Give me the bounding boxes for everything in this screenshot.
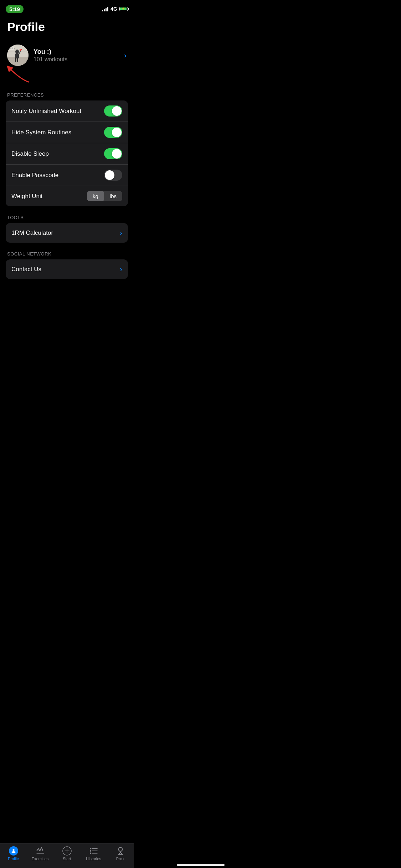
calculator-label: 1RM Calculator xyxy=(11,229,53,237)
notify-workout-label: Notify Unfinished Workout xyxy=(11,108,81,115)
preferences-card: Notify Unfinished Workout Hide System Ro… xyxy=(6,100,128,206)
social-card: Contact Us › xyxy=(6,259,128,279)
calculator-chevron-icon: › xyxy=(120,229,122,237)
signal-bars xyxy=(102,6,108,11)
disable-sleep-toggle[interactable] xyxy=(104,148,122,159)
status-time: 5:19 xyxy=(6,5,24,13)
notify-workout-toggle[interactable] xyxy=(104,105,122,117)
status-right: 4G ⚡ xyxy=(102,6,128,12)
preferences-section-label: PREFERENCES xyxy=(0,84,134,100)
weight-unit-label: Weight Unit xyxy=(11,193,43,200)
enable-passcode-row[interactable]: Enable Passcode xyxy=(6,165,128,186)
tools-card: 1RM Calculator › xyxy=(6,223,128,243)
contact-us-row[interactable]: Contact Us › xyxy=(6,259,128,279)
svg-rect-6 xyxy=(15,53,19,58)
user-info: You :) 101 workouts xyxy=(34,48,124,63)
svg-rect-8 xyxy=(17,58,18,62)
network-label: 4G xyxy=(110,6,117,12)
notify-workout-row[interactable]: Notify Unfinished Workout xyxy=(6,100,128,122)
svg-point-5 xyxy=(15,50,19,54)
user-chevron-icon: › xyxy=(124,51,127,60)
weight-unit-selector[interactable]: kg lbs xyxy=(87,191,122,201)
user-name: You :) xyxy=(34,48,124,56)
calculator-row[interactable]: 1RM Calculator › xyxy=(6,223,128,243)
avatar: バンクシ xyxy=(7,45,29,66)
status-bar: 5:19 4G ⚡ xyxy=(0,0,134,16)
avatar-container: バンクシ xyxy=(7,45,29,66)
hide-routines-row[interactable]: Hide System Routines xyxy=(6,122,128,143)
tools-section-label: TOOLS xyxy=(0,206,134,223)
social-section-label: SOCIAL NETWORK xyxy=(0,243,134,259)
weight-unit-kg-button[interactable]: kg xyxy=(87,191,104,201)
svg-rect-7 xyxy=(15,58,16,62)
hide-routines-toggle[interactable] xyxy=(104,127,122,138)
annotation-arrow xyxy=(4,64,36,84)
svg-text:バンクシ: バンクシ xyxy=(8,47,15,49)
disable-sleep-row[interactable]: Disable Sleep xyxy=(6,143,128,165)
contact-us-label: Contact Us xyxy=(11,266,41,273)
battery-icon: ⚡ xyxy=(119,7,128,11)
enable-passcode-toggle[interactable] xyxy=(104,170,122,181)
user-workouts: 101 workouts xyxy=(34,56,124,63)
contact-us-chevron-icon: › xyxy=(120,265,122,273)
weight-unit-row[interactable]: Weight Unit kg lbs xyxy=(6,186,128,206)
page-title: Profile xyxy=(0,16,134,41)
hide-routines-label: Hide System Routines xyxy=(11,129,71,136)
disable-sleep-label: Disable Sleep xyxy=(11,150,49,157)
weight-unit-lbs-button[interactable]: lbs xyxy=(104,191,122,201)
enable-passcode-label: Enable Passcode xyxy=(11,172,58,179)
